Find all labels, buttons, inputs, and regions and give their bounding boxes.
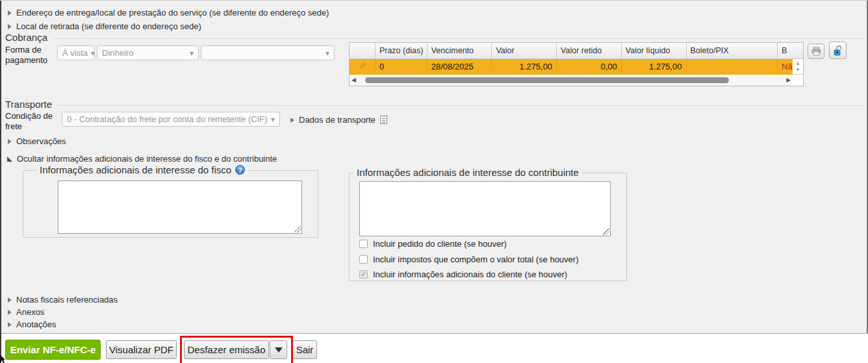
legend-divider xyxy=(57,105,864,106)
contribuinte-fieldset: Informações adicionais de interesse do c… xyxy=(349,173,627,281)
conta-select[interactable]: ▾ xyxy=(201,45,335,60)
toggle-anotacoes[interactable]: Anotações xyxy=(8,319,56,329)
enviar-nfe-button[interactable]: Enviar NF-e/NFC-e xyxy=(5,340,101,360)
header-edit xyxy=(350,43,376,59)
sair-button[interactable]: Sair xyxy=(292,340,317,359)
toggle-label: Notas fiscais referenciadas xyxy=(16,295,118,305)
contribuinte-textarea[interactable] xyxy=(359,181,611,236)
toggle-label: Endereço de entrega/local de prestação d… xyxy=(16,8,329,18)
desfazer-emissao-button[interactable]: Desfazer emissão xyxy=(184,340,269,359)
scroll-left-icon: ◀ xyxy=(351,77,356,83)
scroll-corner xyxy=(793,75,803,86)
print-boleto-button[interactable] xyxy=(808,44,824,59)
parcelas-table: Prazo (dias) Vencimento Valor Valor reti… xyxy=(349,42,804,86)
section-title: Transporte xyxy=(5,99,52,110)
edit-pencil-icon: ✎ xyxy=(359,62,366,71)
toggle-anexos[interactable]: Anexos xyxy=(8,307,44,317)
select-value: 0 - Contratação do frete por conta do re… xyxy=(67,114,268,124)
nfe-emission-form: Endereço de entrega/local de prestação d… xyxy=(0,0,868,363)
header-b-clipped: B xyxy=(778,43,793,59)
cell-boleto-pix xyxy=(687,59,778,75)
toggle-label: Ocultar informações adicionais de intere… xyxy=(17,154,277,164)
checkbox-incluir-pedido[interactable]: Incluir pedido do cliente (se houver) xyxy=(359,239,507,249)
chevron-down-icon: ▾ xyxy=(268,115,275,124)
toggle-informacoes-adicionais[interactable]: Ocultar informações adicionais de intere… xyxy=(7,154,277,164)
chevron-down-icon: ▾ xyxy=(88,49,95,58)
toggle-notas-referenciadas[interactable]: Notas fiscais referenciadas xyxy=(8,295,118,305)
footer-bar: Enviar NF-e/NFC-e Visualizar PDF Desfaze… xyxy=(0,333,868,363)
printer-icon xyxy=(811,47,821,56)
unlock-icon xyxy=(833,45,843,56)
cell-valor: 1.275,00 xyxy=(492,59,557,75)
cell-valor-retido: 0,00 xyxy=(557,59,622,75)
header-boleto-pix: Boleto/PIX xyxy=(687,43,778,59)
transporte-section-legend: Transporte xyxy=(5,99,864,110)
header-valor-liquido: Valor líquido xyxy=(622,43,687,59)
checkbox-label: Incluir impostos que compõem o valor tot… xyxy=(373,255,578,264)
checkbox-icon[interactable] xyxy=(359,255,368,264)
chevron-down-icon: ▾ xyxy=(186,49,194,58)
scroll-right-icon: ▶ xyxy=(786,77,791,83)
condicao-frete-select[interactable]: 0 - Contratação do frete por conta do re… xyxy=(62,112,280,127)
chevron-expanded-icon xyxy=(7,156,12,162)
chevron-right-icon xyxy=(290,118,294,123)
checkbox-label: Incluir informações adicionais do client… xyxy=(373,269,567,279)
prazo-pagamento-select[interactable]: À vista ▾ xyxy=(57,45,95,60)
panel-left-edge xyxy=(0,1,1,363)
toggle-label: Observações xyxy=(16,136,66,146)
header-vencimento: Vencimento xyxy=(428,43,492,59)
toggle-observacoes[interactable]: Observações xyxy=(8,136,66,146)
chevron-right-icon xyxy=(8,322,12,327)
mouse-cursor-artifact xyxy=(0,355,6,363)
header-valor-retido: Valor retido xyxy=(557,43,622,59)
scroll-up-icon: ▲ xyxy=(795,61,800,66)
meio-pagamento-select[interactable]: Dinheiro ▾ xyxy=(97,45,199,60)
header-valor: Valor xyxy=(492,43,557,59)
fisco-textarea[interactable] xyxy=(58,181,302,234)
select-value: Dinheiro xyxy=(102,48,133,58)
desfazer-emissao-menu-button[interactable] xyxy=(270,340,287,359)
toggle-label: Dados de transporte xyxy=(299,115,376,125)
fisco-legend: Informações adicionais de interesse do f… xyxy=(36,164,248,175)
table-vertical-scrollbar[interactable]: ▲ ▼ xyxy=(793,59,803,75)
checkbox-incluir-impostos[interactable]: Incluir impostos que compõem o valor tot… xyxy=(359,255,578,264)
transport-form-icon xyxy=(380,116,387,124)
toggle-label: Local de retirada (se diferente do ender… xyxy=(16,21,201,31)
chevron-down-icon: ▾ xyxy=(322,49,329,58)
table-row[interactable]: ✎ 0 28/08/2025 1.275,00 0,00 1.275,00 Nã… xyxy=(350,59,803,75)
chevron-right-icon xyxy=(8,297,12,303)
chevron-right-icon xyxy=(8,310,12,315)
section-title: Cobrança xyxy=(5,32,47,43)
cell-prazo: 0 xyxy=(376,59,428,75)
toggle-endereco-entrega[interactable]: Endereço de entrega/local de prestação d… xyxy=(8,8,329,18)
toggle-dados-transporte[interactable]: Dados de transporte xyxy=(290,115,387,125)
toggle-local-retirada[interactable]: Local de retirada (se diferente do ender… xyxy=(8,21,201,31)
chevron-right-icon xyxy=(8,24,12,29)
scrollbar-thumb[interactable] xyxy=(365,77,729,83)
contribuinte-legend: Informações adicionais de interesse do c… xyxy=(353,167,582,178)
chevron-right-icon xyxy=(8,10,12,16)
select-value: À vista xyxy=(62,48,88,58)
cell-valor-liquido: 1.275,00 xyxy=(622,59,687,75)
cell-vencimento: 28/08/2025 xyxy=(428,59,492,75)
visualizar-pdf-button[interactable]: Visualizar PDF xyxy=(106,340,177,359)
forma-pagamento-label: Forma de pagamento xyxy=(5,45,57,66)
fieldset-title: Informações adicionais de interesse do f… xyxy=(40,164,231,175)
edit-cell[interactable]: ✎ xyxy=(350,59,376,75)
table-horizontal-scrollbar[interactable]: ◀ ▶ xyxy=(350,75,793,86)
help-icon[interactable]: ? xyxy=(235,165,245,175)
chevron-right-icon xyxy=(8,139,12,144)
fisco-fieldset: Informações adicionais de interesse do f… xyxy=(23,170,318,238)
condicao-frete-label: Condição de frete xyxy=(5,111,57,132)
checkbox-icon[interactable] xyxy=(359,240,368,248)
legend-divider xyxy=(53,38,864,39)
unlock-button[interactable] xyxy=(829,42,847,59)
checkbox-incluir-info-cliente: Incluir informações adicionais do client… xyxy=(359,269,567,279)
fieldset-title: Informações adicionais de interesse do c… xyxy=(357,167,579,178)
scroll-down-icon: ▼ xyxy=(795,68,800,73)
checkbox-label: Incluir pedido do cliente (se houver) xyxy=(373,239,507,249)
header-prazo: Prazo (dias) xyxy=(376,43,428,59)
table-header-row: Prazo (dias) Vencimento Valor Valor reti… xyxy=(350,43,803,59)
toggle-label: Anotações xyxy=(16,319,56,329)
cell-b-clipped: Não xyxy=(778,59,793,75)
